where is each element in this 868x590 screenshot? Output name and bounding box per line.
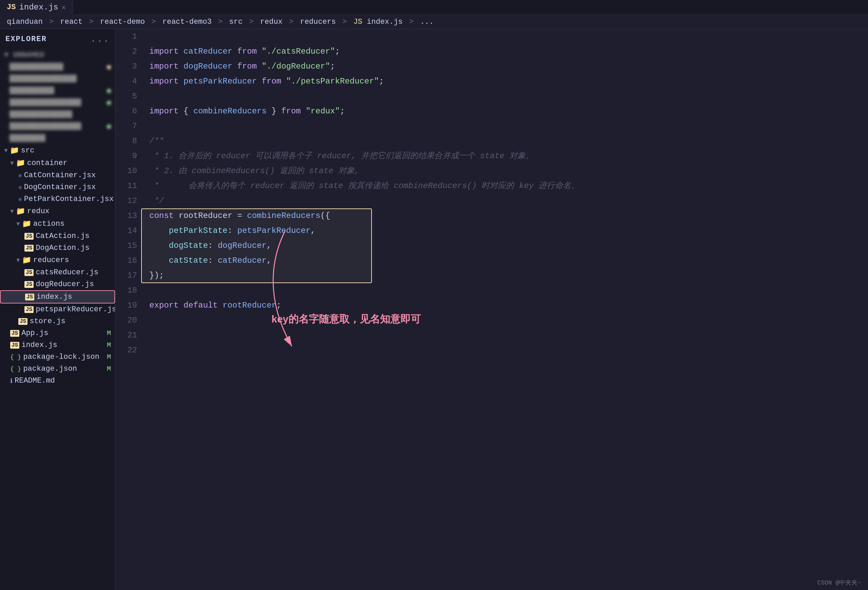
- sidebar: EXPLORER ... ▼ UNNAMED ████████████ ████…: [0, 29, 115, 590]
- folder-arrow-icon: ▼: [16, 221, 20, 228]
- js-icon: JS: [24, 269, 34, 276]
- sidebar-item-label-src: src: [21, 146, 35, 155]
- sidebar-title: EXPLORER: [6, 35, 47, 43]
- js-icon: JS: [24, 306, 34, 313]
- sidebar-item-label-reducers: reducers: [33, 256, 69, 265]
- js-icon: JS: [10, 342, 19, 349]
- code-line-1: [149, 29, 861, 44]
- sidebar-item-label-petsparkreducer: petsparkReducer.js: [35, 305, 115, 313]
- jsx-icon: ⚛: [18, 184, 22, 191]
- sidebar-item-blurred-6: ████████████████: [0, 121, 115, 132]
- code-line-14: petParkState: petsParkReducer,: [149, 223, 861, 238]
- sidebar-item-blurred-7: ████████: [0, 132, 115, 144]
- folder-icon: 📁: [16, 158, 25, 168]
- sidebar-item-reducers[interactable]: ▼ 📁 reducers: [0, 254, 115, 266]
- annotation-text: key的名字随意取，见名知意即可: [272, 312, 421, 327]
- code-line-16: catState: catReducer,: [149, 253, 861, 268]
- folder-arrow-icon: ▼: [16, 257, 20, 264]
- sidebar-item-blurred-5: ██████████████: [0, 109, 115, 121]
- js-icon: JS: [10, 330, 19, 337]
- sidebar-item-blurred-2: ███████████████: [0, 73, 115, 85]
- json-icon: { }: [10, 354, 21, 361]
- code-container[interactable]: 1 2 3 4 5 6 7 8 9 10 11 12 13 14 15 16 1…: [115, 29, 868, 590]
- json-icon: { }: [10, 365, 21, 373]
- dot-green-2: [107, 101, 111, 105]
- js-icon: JS: [24, 281, 34, 288]
- badge-m-package: M: [107, 365, 111, 373]
- code-line-2: import catReducer from "./catsReducer";: [149, 44, 861, 59]
- code-line-9: * 1. 合并后的 reducer 可以调用各个子 reducer, 并把它们返…: [149, 149, 861, 164]
- sidebar-item-label-package-lock: package-lock.json: [23, 353, 99, 361]
- sidebar-item-storejs[interactable]: JS store.js: [0, 315, 115, 327]
- code-line-7: [149, 119, 861, 134]
- dot-yellow: [107, 65, 111, 69]
- folder-arrow-icon: ▼: [4, 147, 8, 154]
- sidebar-item-label-dogaction: DogAction.js: [35, 244, 89, 252]
- sidebar-item-blurred-3: ██████████: [0, 85, 115, 97]
- code-editor[interactable]: import catReducer from "./catsReducer"; …: [143, 29, 868, 590]
- sidebar-item-blurred-1: ████████████: [0, 61, 115, 73]
- main-layout: EXPLORER ... ▼ UNNAMED ████████████ ████…: [0, 29, 868, 590]
- code-line-12: */: [149, 194, 861, 208]
- code-line-21: [149, 328, 861, 343]
- sidebar-item-actions[interactable]: ▼ 📁 actions: [0, 217, 115, 230]
- code-line-17: });: [149, 268, 861, 283]
- code-line-19: export default rootReducer;: [149, 298, 861, 313]
- breadcrumb: qianduan > react > react-demo > react-de…: [0, 15, 868, 29]
- sidebar-item-cataction[interactable]: JS CatAction.js: [0, 230, 115, 242]
- sidebar-item-label-cataction: CatAction.js: [35, 232, 89, 240]
- sidebar-item-indexjs-root[interactable]: JS index.js M: [0, 339, 115, 351]
- js-icon: JS: [24, 245, 34, 251]
- sidebar-item-label-catsreducer: catsReducer.js: [35, 268, 98, 277]
- code-line-4: import petsParkReducer from "./petsParkR…: [149, 74, 861, 89]
- folder-icon: 📁: [22, 256, 31, 265]
- sidebar-header: EXPLORER ...: [0, 29, 115, 49]
- sidebar-item-src[interactable]: ▼ 📁 src: [0, 144, 115, 157]
- js-icon: JS: [18, 318, 28, 325]
- code-line-22: [149, 343, 861, 358]
- tab-bar: JS index.js ✕: [0, 0, 868, 15]
- sidebar-item-container[interactable]: ▼ 📁 container: [0, 157, 115, 169]
- code-line-15: dogState: dogReducer,: [149, 238, 861, 253]
- folder-arrow-icon: ▼: [10, 208, 14, 215]
- sidebar-item-label-dogreducer: dogReducer.js: [35, 280, 94, 288]
- sidebar-more-button[interactable]: ...: [91, 34, 109, 44]
- folder-icon: 📁: [22, 219, 31, 228]
- sidebar-item-petparkcontainer[interactable]: ⚛ PetParkContainer.jsx: [0, 193, 115, 205]
- sidebar-item-package-lock[interactable]: { } package-lock.json M: [0, 351, 115, 363]
- sidebar-item-package[interactable]: { } package.json M: [0, 363, 115, 375]
- sidebar-item-label-catcontainer: CatContainer.jsx: [24, 171, 96, 180]
- file-tree: ▼ UNNAMED ████████████ ███████████████ █…: [0, 49, 115, 393]
- sidebar-item-label-actions: actions: [33, 220, 65, 228]
- tab-index-js[interactable]: JS index.js ✕: [0, 0, 73, 15]
- sidebar-item-petsparkreducer[interactable]: JS petsparkReducer.js: [0, 303, 115, 315]
- sidebar-item-catcontainer[interactable]: ⚛ CatContainer.jsx: [0, 169, 115, 181]
- code-line-5: [149, 89, 861, 104]
- code-line-8: /**: [149, 134, 861, 149]
- code-line-6: import { combineReducers } from "redux";: [149, 104, 861, 119]
- sidebar-item-dogaction[interactable]: JS DogAction.js: [0, 242, 115, 254]
- code-line-18: [149, 283, 861, 298]
- sidebar-item-indexjs[interactable]: JS index.js: [0, 290, 115, 303]
- tab-js-icon: JS: [7, 3, 16, 12]
- folder-arrow-icon: ▼: [10, 160, 14, 167]
- sidebar-item-readme[interactable]: ℹ README.md: [0, 375, 115, 387]
- tab-close-button[interactable]: ✕: [62, 3, 66, 12]
- folder-icon: 📁: [16, 207, 25, 216]
- sidebar-item-dogreducer[interactable]: JS dogReducer.js: [0, 278, 115, 290]
- line-numbers: 1 2 3 4 5 6 7 8 9 10 11 12 13 14 15 16 1…: [115, 29, 143, 590]
- code-line-13: const rootReducer = combineReducers({: [149, 208, 861, 223]
- editor-area: 1 2 3 4 5 6 7 8 9 10 11 12 13 14 15 16 1…: [115, 29, 868, 590]
- badge-m-indexjs: M: [107, 341, 111, 349]
- sidebar-item-redux[interactable]: ▼ 📁 redux: [0, 205, 115, 217]
- code-line-20: [149, 313, 861, 328]
- sidebar-item-blurred-root: ▼ UNNAMED: [0, 49, 115, 61]
- sidebar-item-label-package: package.json: [23, 365, 77, 373]
- sidebar-item-catsreducer[interactable]: JS catsReducer.js: [0, 266, 115, 278]
- sidebar-item-appjs[interactable]: JS App.js M: [0, 327, 115, 339]
- sidebar-item-label-indexjs: index.js: [36, 293, 72, 301]
- sidebar-item-dogcontainer[interactable]: ⚛ DogContainer.jsx: [0, 181, 115, 193]
- dot-green-3: [107, 124, 111, 129]
- sidebar-item-label-petparkcontainer: PetParkContainer.jsx: [24, 195, 114, 203]
- js-icon: JS: [25, 294, 34, 300]
